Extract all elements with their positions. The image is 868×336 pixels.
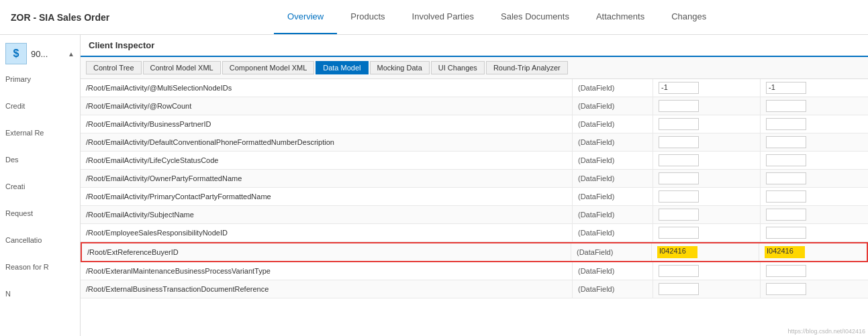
- cell-value2: [761, 206, 868, 223]
- cell-type: (DataField): [573, 224, 653, 241]
- table-row[interactable]: /Root/EmployeeSalesResponsibilityNodeID(…: [81, 224, 868, 242]
- table-row[interactable]: /Root/EmailActivity/LifeCycleStatusCode(…: [81, 152, 868, 170]
- cell-value2: [761, 262, 868, 280]
- sidebar-number: 90...: [31, 49, 48, 59]
- inspector-tabs: Control TreeControl Model XMLComponent M…: [81, 57, 868, 79]
- table-row[interactable]: /Root/EmailActivity/@RowCount(DataField): [81, 97, 868, 115]
- cell-path: /Root/ExternalBusinessTransactionDocumen…: [81, 280, 573, 298]
- cell-value1: [653, 188, 761, 205]
- nav-tab-products[interactable]: Products: [337, 0, 398, 34]
- nav-tab-sales-documents[interactable]: Sales Documents: [487, 0, 583, 34]
- sidebar-label: Cancellatio: [5, 236, 75, 244]
- inspector-tab-data-model[interactable]: Data Model: [316, 61, 368, 74]
- app-header: ZOR - SIA Sales Order OverviewProductsIn…: [0, 0, 868, 35]
- cell-type: (DataField): [573, 79, 653, 97]
- cell-path: /Root/EmailActivity/SubjectName: [81, 206, 573, 223]
- chevron-up-icon[interactable]: ▲: [68, 50, 75, 58]
- nav-tab-overview[interactable]: Overview: [274, 0, 337, 34]
- cell-value2: [761, 97, 868, 115]
- cell-path: /Root/EmployeeSalesResponsibilityNodeID: [81, 224, 573, 241]
- cell-value1: [653, 115, 761, 133]
- sidebar-label: Primary: [5, 75, 75, 83]
- inspector-tab-control-model-xml[interactable]: Control Model XML: [143, 61, 221, 74]
- watermark: https://blog.csdn.net/I042416: [787, 328, 865, 335]
- sidebar-label: Des: [5, 156, 75, 164]
- cell-value1: [653, 224, 761, 241]
- cell-path: /Root/EmailActivity/@RowCount: [81, 97, 573, 115]
- data-table: /Root/EmailActivity/@MultiSelectionNodeI…: [81, 79, 868, 336]
- content-area: Client Inspector Control TreeControl Mod…: [81, 35, 868, 336]
- table-row[interactable]: /Root/EmailActivity/BusinessPartnerID(Da…: [81, 115, 868, 133]
- inspector-tab-round-trip-analyzer[interactable]: Round-Trip Analyzer: [486, 61, 568, 74]
- cell-path: /Root/ExteranlMaintenanceBusinessProcess…: [81, 262, 573, 280]
- inspector-tab-mocking-data[interactable]: Mocking Data: [370, 61, 430, 74]
- cell-value2: [761, 188, 868, 205]
- cell-type: (DataField): [573, 152, 653, 169]
- sidebar-label: External Re: [5, 129, 75, 137]
- cell-value2: [761, 152, 868, 169]
- cell-type: (DataField): [573, 206, 653, 223]
- cell-path: /Root/EmailActivity/PrimaryContactPartyF…: [81, 188, 573, 205]
- sidebar-icon-row: $ 90... ▲: [0, 40, 80, 67]
- inspector-tab-ui-changes[interactable]: UI Changes: [431, 61, 485, 74]
- main-layout: $ 90... ▲ PrimaryCreditExternal ReDesCre…: [0, 35, 868, 336]
- cell-value1: [653, 133, 761, 151]
- cell-path: /Root/EmailActivity/BusinessPartnerID: [81, 115, 573, 133]
- cell-value1: [653, 206, 761, 223]
- inspector-tab-control-tree[interactable]: Control Tree: [86, 61, 142, 74]
- nav-tab-involved-parties[interactable]: Involved Parties: [399, 0, 488, 34]
- table-row[interactable]: /Root/EmailActivity/DefaultConventionalP…: [81, 133, 868, 152]
- nav-tab-changes[interactable]: Changes: [658, 0, 720, 34]
- cell-type: (DataField): [573, 262, 653, 280]
- inspector-tab-component-model-xml[interactable]: Component Model XML: [222, 61, 315, 74]
- cell-value2: [761, 224, 868, 241]
- inspector-header: Client Inspector: [81, 35, 868, 57]
- cell-type: (DataField): [573, 188, 653, 205]
- sidebar-label: Credit: [5, 102, 75, 110]
- cell-value2: [761, 115, 868, 133]
- table-row[interactable]: /Root/EmailActivity/OwnerPartyFormattedN…: [81, 170, 868, 188]
- cell-type: (DataField): [573, 170, 653, 187]
- cell-value2: [761, 280, 868, 298]
- cell-value1: [653, 152, 761, 169]
- table-row[interactable]: /Root/EmailActivity/@MultiSelectionNodeI…: [81, 79, 868, 97]
- cell-path: /Root/EmailActivity/LifeCycleStatusCode: [81, 152, 573, 169]
- sidebar-label: Reason for R: [5, 263, 75, 271]
- cell-type: (DataField): [573, 97, 653, 115]
- table-row[interactable]: /Root/ExteranlMaintenanceBusinessProcess…: [81, 262, 868, 280]
- nav-tabs: OverviewProductsInvolved PartiesSales Do…: [136, 0, 857, 34]
- cell-path: /Root/EmailActivity/DefaultConventionalP…: [81, 133, 573, 151]
- cell-path: /Root/EmailActivity/@MultiSelectionNodeI…: [81, 79, 573, 97]
- cell-value2: [761, 133, 868, 151]
- sidebar-label: Request: [5, 209, 75, 217]
- cell-value1: [653, 280, 761, 298]
- cell-path: /Root/ExtReferenceBuyerID: [82, 243, 571, 261]
- sidebar-labels: PrimaryCreditExternal ReDesCreatiRequest…: [0, 70, 80, 303]
- cell-value1: [653, 170, 761, 187]
- cell-type: (DataField): [573, 115, 653, 133]
- dollar-icon: $: [5, 43, 27, 64]
- cell-type: (DataField): [571, 243, 652, 261]
- sidebar-label: N: [5, 290, 75, 298]
- cell-type: (DataField): [573, 133, 653, 151]
- table-row[interactable]: /Root/ExternalBusinessTransactionDocumen…: [81, 280, 868, 298]
- cell-value2: [761, 170, 868, 187]
- sidebar-label: Creati: [5, 182, 75, 190]
- table-row[interactable]: /Root/EmailActivity/PrimaryContactPartyF…: [81, 188, 868, 206]
- nav-tab-attachments[interactable]: Attachments: [583, 0, 658, 34]
- cell-value2: -1: [761, 79, 868, 97]
- cell-value1: [653, 262, 761, 280]
- app-title: ZOR - SIA Sales Order: [11, 12, 109, 23]
- table-row[interactable]: /Root/ExtReferenceBuyerID(DataField)I042…: [81, 242, 868, 262]
- table-row[interactable]: /Root/EmailActivity/SubjectName(DataFiel…: [81, 206, 868, 224]
- cell-path: /Root/EmailActivity/OwnerPartyFormattedN…: [81, 170, 573, 187]
- cell-value1: -1: [653, 79, 761, 97]
- cell-value1: I042416: [652, 243, 759, 261]
- cell-value1: [653, 97, 761, 115]
- cell-type: (DataField): [573, 280, 653, 298]
- sidebar: $ 90... ▲ PrimaryCreditExternal ReDesCre…: [0, 35, 81, 336]
- cell-value2: I042416: [759, 243, 867, 261]
